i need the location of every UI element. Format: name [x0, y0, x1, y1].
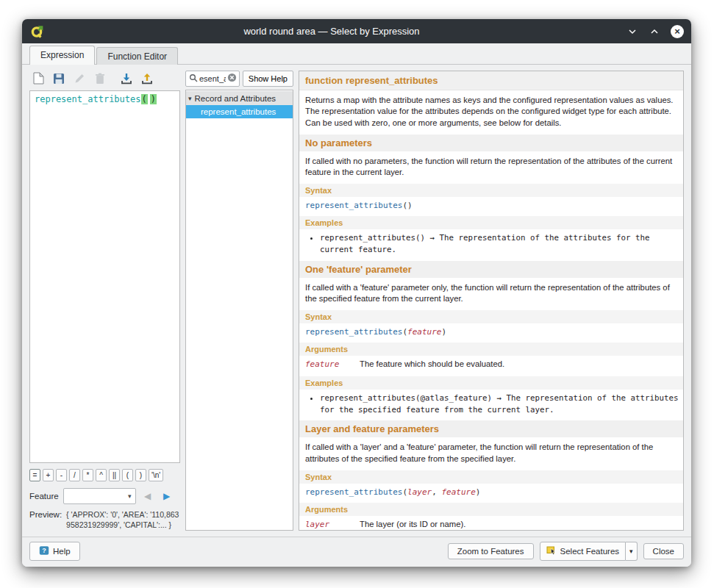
search-row: Show Help: [185, 71, 293, 87]
examples-list: represent_attributes(@atlas_feature) → T…: [299, 392, 683, 415]
combo-arrow-icon: ▾: [128, 492, 132, 500]
next-arrow-icon: ▶: [163, 491, 170, 501]
operator-button-2[interactable]: +: [43, 469, 54, 481]
argument-description: The layer (or its ID or name).: [360, 520, 465, 528]
help-section-title: No parameters: [299, 135, 683, 151]
expression-code-editor[interactable]: represent_attributes(): [29, 90, 180, 463]
tree-item-represent-attributes[interactable]: represent_attributes: [186, 105, 293, 118]
delete-expression-button[interactable]: [91, 71, 109, 87]
expression-editor-column: represent_attributes() =+-/*^||()'\n' Fe…: [29, 71, 180, 531]
close-icon: ×: [674, 26, 680, 36]
operator-button-3[interactable]: -: [56, 469, 67, 481]
close-button[interactable]: Close: [643, 543, 684, 559]
arguments-list: featureThe feature which should be evalu…: [299, 356, 683, 375]
open-paren-highlight: (: [141, 94, 148, 104]
search-icon: [189, 72, 198, 85]
qgis-logo-icon: [29, 24, 46, 40]
export-expressions-button[interactable]: [138, 71, 156, 87]
argument-row: layerThe layer (or its ID or name).: [305, 520, 677, 529]
expression-toolbar: [29, 71, 180, 88]
operator-button-5[interactable]: *: [82, 469, 93, 481]
tree-group-record-and-attributes[interactable]: ▾ Record and Attributes: [186, 91, 293, 105]
syntax-code: represent_attributes(feature): [299, 323, 683, 341]
argument-row: featureThe feature which should be evalu…: [305, 359, 677, 369]
examples-heading: Examples: [299, 376, 683, 390]
dialog-content: represent_attributes() =+-/*^||()'\n' Fe…: [22, 65, 691, 537]
clear-search-icon[interactable]: [227, 72, 237, 85]
help-section-body: If called with a 'layer' and a 'feature'…: [299, 437, 683, 469]
examples-list: represent_attributes() → The representat…: [299, 232, 683, 255]
function-name: represent_attributes: [305, 487, 402, 497]
tree-item-label: represent_attributes: [201, 107, 276, 116]
help-button-label: Help: [53, 547, 71, 556]
tab-expression[interactable]: Expression: [29, 46, 95, 65]
new-expression-button[interactable]: [29, 71, 47, 87]
operator-button-9[interactable]: ): [135, 469, 146, 481]
import-arrow-icon: [121, 73, 132, 87]
argument-name: layer: [305, 520, 360, 529]
save-icon: [53, 73, 65, 87]
zoom-to-features-button[interactable]: Zoom to Features: [448, 543, 534, 559]
help-button[interactable]: ? Help: [29, 542, 80, 561]
preview-label: Preview:: [29, 510, 62, 519]
tab-function-editor[interactable]: Function Editor: [96, 47, 178, 65]
expander-icon[interactable]: ▾: [188, 95, 192, 102]
example-item: represent_attributes() → The representat…: [320, 232, 683, 255]
help-scroll-area[interactable]: function represent_attributes Returns a …: [299, 71, 683, 530]
feature-row: Feature ▾ ◀ ▶: [29, 488, 180, 504]
window-title: world round area — Select by Expression: [46, 26, 618, 37]
function-browser-column: Show Help ▾ Record and Attributes repres…: [185, 71, 293, 531]
window-shade-button[interactable]: [625, 24, 640, 39]
syntax-code: represent_attributes(): [299, 197, 683, 215]
new-file-icon: [33, 72, 44, 87]
titlebar[interactable]: world round area — Select by Expression …: [22, 19, 691, 43]
pencil-icon: [74, 73, 85, 86]
select-features-split-button: Select Features ▾: [540, 542, 638, 561]
help-sections: No parametersIf called with no parameter…: [299, 135, 683, 530]
search-input[interactable]: [198, 74, 227, 83]
help-section-body: If called with a 'feature' parameter onl…: [299, 278, 683, 309]
select-features-icon: [546, 545, 557, 557]
operator-button-1[interactable]: =: [29, 469, 40, 481]
arguments-list: layerThe layer (or its ID or name).featu…: [299, 516, 683, 530]
syntax-code: represent_attributes(layer, feature): [299, 484, 683, 501]
save-expression-button[interactable]: [50, 71, 68, 87]
operator-button-8[interactable]: (: [122, 469, 133, 481]
examples-heading: Examples: [299, 216, 683, 229]
window-close-button[interactable]: ×: [671, 25, 684, 38]
help-column: function represent_attributes Returns a …: [299, 71, 684, 531]
operator-row: =+-/*^||()'\n': [29, 469, 180, 481]
select-features-button[interactable]: Select Features: [540, 542, 626, 561]
select-features-label: Select Features: [560, 547, 620, 556]
preview-value: { 'APPROX': '0', 'AREA': '110,8639582319…: [66, 510, 180, 531]
help-intro: Returns a map with the attribute names a…: [299, 90, 683, 133]
function-help-panel: function represent_attributes Returns a …: [299, 71, 684, 531]
operator-button-7[interactable]: ||: [109, 469, 120, 481]
svg-text:?: ?: [42, 547, 46, 554]
import-expressions-button[interactable]: [118, 71, 135, 87]
syntax-heading: Syntax: [299, 184, 683, 197]
help-function-title: function represent_attributes: [299, 71, 683, 90]
syntax-heading: Syntax: [299, 310, 683, 323]
window-maximize-button[interactable]: [647, 24, 662, 39]
help-section-body: If called with no parameters, the functi…: [299, 151, 683, 183]
dialog-tabbar: Expression Function Editor: [22, 43, 691, 65]
argument-description: The feature which should be evaluated.: [360, 359, 504, 368]
show-help-button[interactable]: Show Help: [243, 71, 293, 87]
previous-feature-button[interactable]: ◀: [140, 489, 155, 503]
select-features-dropdown-button[interactable]: ▾: [626, 542, 638, 561]
preview-row: Preview: { 'APPROX': '0', 'AREA': '110,8…: [29, 510, 180, 531]
operator-button-4[interactable]: /: [69, 469, 80, 481]
example-item: represent_attributes(@atlas_feature) → T…: [320, 392, 683, 415]
syntax-argument: layer: [407, 487, 432, 497]
expression-function-text: represent_attributes: [35, 94, 141, 104]
next-feature-button[interactable]: ▶: [160, 489, 174, 503]
feature-combobox[interactable]: ▾: [63, 488, 136, 504]
operator-button-6[interactable]: ^: [96, 469, 107, 481]
operator-button-10[interactable]: '\n': [149, 469, 163, 481]
function-name: represent_attributes: [305, 327, 402, 337]
feature-label: Feature: [29, 492, 59, 501]
syntax-heading: Syntax: [299, 470, 683, 484]
search-input-wrapper[interactable]: [185, 71, 240, 87]
edit-expression-button[interactable]: [71, 71, 88, 87]
